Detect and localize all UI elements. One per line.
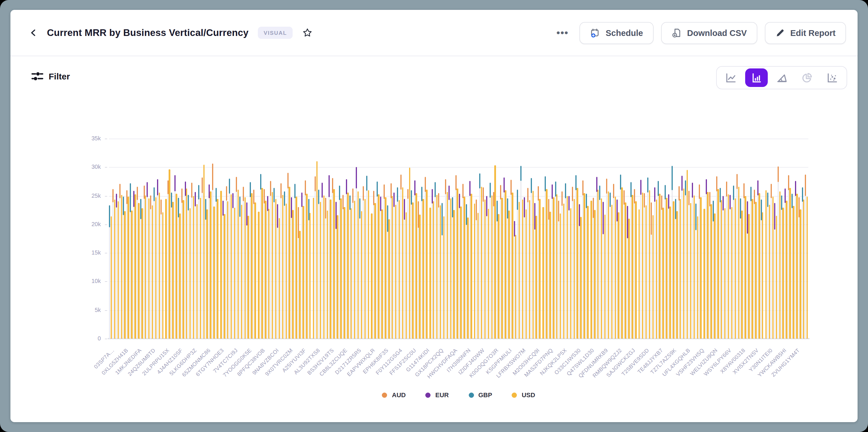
bar-accent-aud bbox=[119, 184, 121, 198]
legend-label: AUD bbox=[392, 392, 406, 398]
legend-item-eur[interactable]: EUR bbox=[426, 392, 449, 398]
bar-accent-aud bbox=[150, 195, 152, 209]
bar-track bbox=[548, 220, 549, 339]
bar-track bbox=[298, 239, 299, 339]
bar-track bbox=[456, 190, 457, 339]
bar-track bbox=[527, 203, 528, 339]
bar-usd bbox=[584, 193, 585, 339]
bar-accent-aud bbox=[726, 181, 727, 196]
bar-accent-eur bbox=[627, 206, 628, 238]
bar-usd bbox=[237, 189, 239, 339]
bar-track bbox=[308, 220, 309, 339]
schedule-button[interactable]: Schedule bbox=[580, 22, 654, 44]
legend-item-usd[interactable]: USD bbox=[512, 392, 535, 398]
area-chart-toggle[interactable] bbox=[770, 68, 793, 87]
back-button[interactable] bbox=[28, 27, 39, 38]
bar-track bbox=[421, 202, 423, 339]
bar-accent-gbp bbox=[507, 198, 508, 219]
bar-accent-gbp bbox=[761, 200, 762, 220]
bar-usd bbox=[707, 192, 709, 339]
bar-usd bbox=[268, 209, 270, 339]
bar-accent-gbp bbox=[517, 189, 518, 210]
download-csv-button[interactable]: Download CSV bbox=[661, 22, 757, 44]
line-chart-toggle[interactable] bbox=[720, 68, 742, 87]
bar-accent-aud bbox=[212, 164, 213, 190]
bar-track bbox=[651, 235, 652, 339]
legend-item-gbp[interactable]: GBP bbox=[468, 392, 492, 398]
bar-track bbox=[222, 216, 223, 339]
bar-usd bbox=[741, 210, 743, 339]
bar-usd bbox=[412, 203, 414, 339]
favorite-star-button[interactable] bbox=[301, 26, 314, 39]
bar-usd bbox=[697, 216, 698, 339]
bar-usd bbox=[731, 207, 733, 339]
bar-accent-eur bbox=[568, 196, 569, 210]
bar-track bbox=[699, 199, 700, 339]
bar-track bbox=[716, 191, 717, 339]
bar-usd bbox=[361, 211, 362, 339]
bar-track bbox=[284, 206, 285, 339]
bar-track bbox=[195, 207, 196, 339]
bar-usd bbox=[278, 218, 280, 339]
bar-accent-gbp bbox=[719, 188, 720, 203]
bar-track bbox=[390, 198, 392, 339]
more-options-button[interactable]: ••• bbox=[553, 26, 572, 40]
bar-track bbox=[394, 207, 395, 339]
bar-accent-aud bbox=[315, 176, 316, 191]
bar-track bbox=[321, 197, 323, 339]
bar-track bbox=[493, 207, 494, 339]
bar-usd bbox=[477, 213, 479, 339]
bar-track bbox=[325, 219, 326, 339]
bar-usd bbox=[666, 197, 668, 339]
bar-track bbox=[668, 209, 669, 339]
scatter-chart-toggle[interactable] bbox=[821, 68, 844, 87]
legend-item-aud[interactable]: AUD bbox=[382, 392, 406, 398]
bar-usd bbox=[776, 216, 777, 339]
bar-usd bbox=[751, 199, 753, 339]
bar-accent-eur bbox=[692, 183, 693, 197]
bar-accent-eur bbox=[209, 184, 210, 199]
pie-chart-icon bbox=[801, 71, 813, 84]
bar-track bbox=[723, 210, 724, 339]
schedule-label: Schedule bbox=[606, 28, 643, 37]
bar-accent-gbp bbox=[154, 187, 155, 202]
bar-accent-aud bbox=[582, 180, 584, 195]
y-axis-label: 15k bbox=[66, 249, 101, 256]
bar-accent-gbp bbox=[545, 176, 546, 191]
y-axis-tick bbox=[105, 310, 107, 311]
bar-usd bbox=[350, 208, 352, 339]
bar-track bbox=[565, 198, 566, 339]
bar-chart-toggle[interactable] bbox=[745, 68, 768, 87]
bar-usd bbox=[604, 214, 606, 339]
bar-track bbox=[411, 205, 412, 339]
bar-track bbox=[712, 222, 714, 339]
bar-accent-eur bbox=[706, 179, 707, 194]
bar-track bbox=[524, 218, 525, 339]
edit-report-button[interactable]: Edit Report bbox=[765, 22, 846, 44]
bar-accent-gbp bbox=[123, 196, 124, 215]
bar-track bbox=[336, 229, 337, 339]
bar-accent-eur bbox=[641, 180, 642, 195]
bar-chart-plot[interactable] bbox=[109, 139, 808, 339]
bar-track bbox=[425, 192, 426, 339]
bar-track bbox=[226, 201, 227, 339]
bar-usd bbox=[446, 192, 448, 339]
bar-usd bbox=[631, 195, 633, 339]
bar-usd bbox=[183, 200, 184, 339]
filter-button[interactable]: Filter bbox=[28, 71, 73, 82]
bar-usd bbox=[766, 190, 767, 339]
bar-accent-aud bbox=[325, 197, 326, 219]
bar-usd bbox=[704, 209, 705, 339]
bar-accent-aud bbox=[572, 187, 573, 202]
bar-usd bbox=[714, 213, 715, 339]
bar-accent-aud bbox=[181, 189, 182, 203]
bar-track bbox=[730, 209, 731, 339]
bar-track bbox=[150, 209, 152, 339]
bar-usd bbox=[405, 212, 407, 339]
bar-usd bbox=[142, 208, 143, 339]
bar-usd bbox=[327, 210, 328, 339]
bar-accent-aud bbox=[113, 189, 114, 202]
bar-accent-aud bbox=[771, 184, 772, 199]
bar-usd bbox=[275, 199, 277, 339]
pie-chart-toggle[interactable] bbox=[796, 68, 818, 87]
